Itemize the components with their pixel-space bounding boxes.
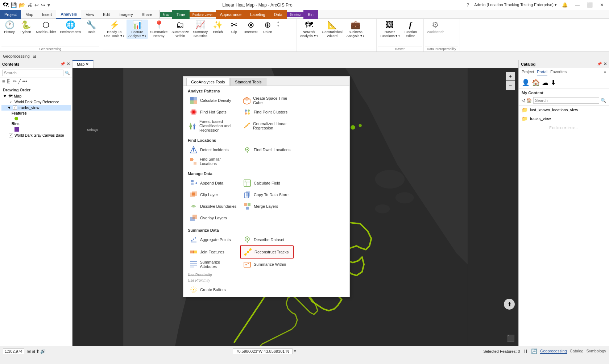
feature-analysis-button[interactable]: 📊 FeatureAnalysis ▾ [127, 20, 148, 39]
pause-icon[interactable]: ⏸ [523, 348, 528, 354]
raster-functions-button[interactable]: 🖼 RasterFunctions ▾ [378, 20, 402, 39]
ribbon-overflow[interactable]: ▲ ▼ [276, 20, 280, 28]
draw-icon[interactable]: ✏ [13, 79, 17, 84]
map-canvas[interactable]: Freeport South Freeport Harpswell Orr's … [72, 68, 518, 346]
cylinder-icon[interactable]: 🗄 [7, 79, 11, 84]
close-button[interactable]: ✕ [598, 1, 606, 8]
history-button[interactable]: 🕐 History [1, 20, 17, 34]
find-similar-locations-item[interactable]: Find Similar Locations [186, 156, 240, 167]
qat-open[interactable]: 📂 [18, 2, 25, 8]
tools-button[interactable]: 🔧 Tools [83, 20, 99, 34]
forest-classification-item[interactable]: Forest-based Classification and Regressi… [186, 118, 240, 134]
tab-imagery[interactable]: Imagery [114, 10, 137, 19]
tab-ctx-appearance[interactable]: Appearance [216, 10, 246, 19]
scale-selector[interactable]: 1:302,974 [3, 348, 24, 354]
tab-view[interactable]: View [81, 10, 99, 19]
find-hot-spots-item[interactable]: Find Hot Spots [186, 106, 240, 118]
qat-more[interactable]: ▾ [47, 2, 50, 8]
aggregate-points-item[interactable]: Aggregate Points [186, 234, 240, 245]
qat-redo[interactable]: ↪ [41, 2, 46, 8]
tab-ctx-bin[interactable]: Bin [303, 10, 318, 19]
qat-undo[interactable]: ↩ [34, 2, 39, 8]
more-icon[interactable]: ••• [22, 79, 28, 84]
reconstruct-tracks-item[interactable]: Reconstruct Tracks [240, 245, 294, 258]
intersect-button[interactable]: ⊗ Intersect [243, 20, 259, 34]
tab-share[interactable]: Share [137, 10, 157, 19]
tab-analysis[interactable]: Analysis [56, 10, 81, 19]
catalog-tab-portal[interactable]: Portal [537, 70, 547, 75]
map-scale-icon[interactable]: ⊞ [27, 349, 31, 354]
coordinates-dropdown[interactable]: ▾ [294, 349, 296, 353]
catalog-pin-icon[interactable]: 📌 [597, 62, 602, 66]
tab-ctx-time[interactable]: Time [172, 10, 190, 19]
business-analysis-button[interactable]: 💼 BusinessAnalysis ▾ [345, 20, 366, 39]
tab-map[interactable]: Map [21, 10, 37, 19]
dropdown-tab-geoanalytics[interactable]: GeoAnalytics Tools [186, 78, 229, 86]
join-features-item[interactable]: Join Features [186, 245, 240, 258]
dropdown-tab-standard[interactable]: Standard Tools [230, 78, 266, 86]
bell-icon[interactable]: 🔔 [560, 1, 570, 8]
overlay-layers-item[interactable]: Overlay Layers [186, 212, 240, 224]
generalized-linear-item[interactable]: Generalized Linear Regression [240, 118, 294, 134]
python-button[interactable]: 🐍 Python [18, 20, 34, 34]
catalog-search-icon[interactable]: 🔍 [601, 98, 606, 103]
catalog-home-small-icon[interactable]: 🏠 [526, 98, 532, 103]
layer-checkbox[interactable]: ✓ [9, 133, 13, 137]
geoprocessing-collapse[interactable]: ⊟ [33, 54, 36, 59]
zoom-out-button[interactable]: − [506, 81, 515, 90]
catalog-cloud-icon[interactable]: ☁ [542, 79, 548, 87]
copy-to-data-store-item[interactable]: Copy To Data Store [240, 189, 294, 200]
layer-checkbox[interactable]: ✓ [13, 106, 17, 110]
catalog-menu-icon[interactable]: ≡ [604, 70, 606, 75]
find-point-clusters-item[interactable]: Find Point Clusters [240, 106, 294, 118]
layers-icon[interactable]: ⬛ [507, 335, 515, 342]
ready-to-use-button[interactable]: ⚡ Ready ToUse Tools ▾ [103, 20, 126, 39]
enrich-button[interactable]: ✨ Enrich [210, 20, 226, 34]
tab-edit[interactable]: Edit [99, 10, 114, 19]
append-data-item[interactable]: Append Data [186, 177, 240, 189]
pin-icon[interactable]: 📌 [60, 62, 65, 66]
tab-ctx-data[interactable]: Data [270, 10, 287, 19]
summary-statistics-button[interactable]: 📈 SummaryStatistics [191, 20, 210, 39]
layer-world-dark-gray-base[interactable]: ✓ World Dark Gray Canvas Base [1, 132, 71, 138]
detect-incidents-item[interactable]: Detect Incidents [186, 144, 240, 156]
tab-ctx-labeling[interactable]: Labeling [246, 10, 270, 19]
calculate-density-item[interactable]: Calculate Density [186, 95, 240, 106]
environments-button[interactable]: 🌐 Environments [58, 20, 83, 34]
union-button[interactable]: ⊕ Union [260, 20, 276, 34]
find-dwell-locations-item[interactable]: Find Dwell Locations [240, 144, 294, 156]
list-view-icon[interactable]: ≡ [2, 79, 5, 84]
catalog-tab-project[interactable]: Project [522, 70, 534, 75]
calculate-field-item[interactable]: fx Calculate Field [240, 177, 294, 189]
maximize-button[interactable]: ⬜ [585, 1, 595, 8]
layer-tracks-view[interactable]: ▼ ✓ tracks_view [1, 105, 71, 111]
summarize-nearby-button[interactable]: 📍 SummarizeNearby [148, 20, 169, 39]
qat-print[interactable]: 🖨 [27, 2, 33, 8]
describe-dataset-item[interactable]: Describe Dataset [240, 234, 294, 245]
catalog-person-icon[interactable]: 👤 [522, 79, 530, 87]
clip-button[interactable]: ✂ Clip [226, 20, 242, 34]
line-icon[interactable]: ╱ [18, 79, 21, 84]
merge-layers-item[interactable]: Merge Layers [240, 200, 294, 212]
user-label[interactable]: Admin (Location Tracking Testing Enterpr… [474, 3, 557, 7]
tab-insert[interactable]: Insert [38, 10, 57, 19]
catalog-item-last-known[interactable]: 📁 last_known_locations_view [519, 106, 609, 114]
catalog-search-input[interactable] [533, 97, 599, 104]
status-tab-symbology[interactable]: Symbology [587, 349, 606, 354]
find-more-items[interactable]: Find more items... [519, 123, 609, 133]
summarize-within-button[interactable]: 🗂 SummarizeWithin [170, 20, 191, 39]
map-scale-icon2[interactable]: ⊟ [32, 349, 35, 354]
create-buffers-item[interactable]: Create Buffers [186, 284, 240, 295]
contents-close-icon[interactable]: ✕ [67, 62, 70, 66]
layer-dot-green[interactable] [1, 116, 71, 121]
status-tab-geoprocessing[interactable]: Geoprocessing [540, 349, 567, 354]
catalog-back-icon[interactable]: ◁ [522, 98, 525, 103]
tab-project[interactable]: Project [0, 10, 21, 19]
catalog-download-icon[interactable]: ⬇ [551, 79, 556, 87]
help-button[interactable]: ? [464, 1, 471, 8]
map-scale-icon4[interactable]: 🔊 [40, 349, 46, 354]
layer-rect-purple[interactable] [1, 127, 71, 132]
layer-checkbox[interactable]: ✓ [9, 100, 13, 104]
layer-world-dark-gray-ref[interactable]: ✓ World Dark Gray Reference [1, 99, 71, 105]
network-analysis-button[interactable]: 🗺 NetworkAnalysis ▾ [298, 20, 320, 39]
